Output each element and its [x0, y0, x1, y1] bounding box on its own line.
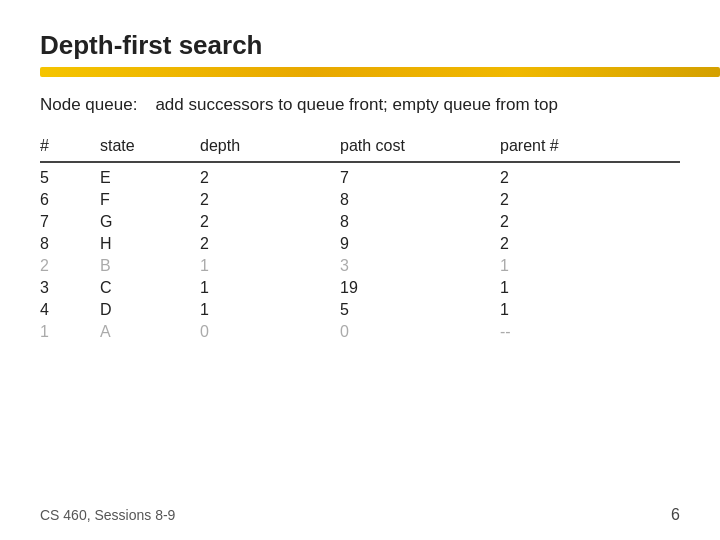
- cell-pathcost: 9: [340, 235, 500, 253]
- slide: Depth-first search Node queue: add succe…: [0, 0, 720, 540]
- cell-parent: 1: [500, 257, 640, 275]
- col-head-parent: parent #: [500, 137, 640, 155]
- cell-num: 5: [40, 169, 100, 187]
- cell-state: G: [100, 213, 200, 231]
- cell-depth: 1: [200, 279, 340, 297]
- cell-depth: 2: [200, 169, 340, 187]
- cell-parent: 2: [500, 169, 640, 187]
- page-title: Depth-first search: [40, 30, 680, 61]
- cell-pathcost: 5: [340, 301, 500, 319]
- cell-depth: 2: [200, 213, 340, 231]
- table-body: 5E2726F2827G2828H2922B1313C11914D1511A00…: [40, 167, 680, 343]
- cell-state: B: [100, 257, 200, 275]
- cell-pathcost: 8: [340, 213, 500, 231]
- cell-state: A: [100, 323, 200, 341]
- cell-num: 6: [40, 191, 100, 209]
- cell-pathcost: 0: [340, 323, 500, 341]
- cell-num: 4: [40, 301, 100, 319]
- table-row: 8H292: [40, 233, 680, 255]
- node-queue-desc: add successors to queue front; empty que…: [155, 95, 558, 115]
- cell-state: D: [100, 301, 200, 319]
- col-head-depth: depth: [200, 137, 340, 155]
- table-row: 1A00--: [40, 321, 680, 343]
- footer: CS 460, Sessions 8-9 6: [40, 506, 680, 524]
- cell-state: F: [100, 191, 200, 209]
- cell-num: 2: [40, 257, 100, 275]
- cell-parent: 1: [500, 301, 640, 319]
- col-head-pathcost: path cost: [340, 137, 500, 155]
- cell-num: 7: [40, 213, 100, 231]
- col-head-state: state: [100, 137, 200, 155]
- cell-state: C: [100, 279, 200, 297]
- table-row: 3C1191: [40, 277, 680, 299]
- cell-pathcost: 8: [340, 191, 500, 209]
- footer-page: 6: [671, 506, 680, 524]
- cell-depth: 0: [200, 323, 340, 341]
- table-header: # state depth path cost parent #: [40, 137, 680, 163]
- col-head-num: #: [40, 137, 100, 155]
- table-area: # state depth path cost parent # 5E2726F…: [40, 137, 680, 343]
- cell-state: H: [100, 235, 200, 253]
- node-queue-row: Node queue: add successors to queue fron…: [40, 95, 680, 115]
- cell-num: 1: [40, 323, 100, 341]
- cell-num: 3: [40, 279, 100, 297]
- cell-parent: 2: [500, 235, 640, 253]
- cell-pathcost: 7: [340, 169, 500, 187]
- table-row: 7G282: [40, 211, 680, 233]
- table-row: 2B131: [40, 255, 680, 277]
- table-row: 4D151: [40, 299, 680, 321]
- table-row: 6F282: [40, 189, 680, 211]
- cell-parent: 2: [500, 213, 640, 231]
- cell-parent: 1: [500, 279, 640, 297]
- yellow-bar: [40, 67, 720, 77]
- node-queue-label: Node queue:: [40, 95, 137, 115]
- footer-session: CS 460, Sessions 8-9: [40, 507, 175, 523]
- cell-parent: 2: [500, 191, 640, 209]
- cell-depth: 1: [200, 301, 340, 319]
- table-row: 5E272: [40, 167, 680, 189]
- cell-state: E: [100, 169, 200, 187]
- cell-num: 8: [40, 235, 100, 253]
- cell-parent: --: [500, 323, 640, 341]
- cell-depth: 2: [200, 191, 340, 209]
- cell-pathcost: 19: [340, 279, 500, 297]
- cell-pathcost: 3: [340, 257, 500, 275]
- cell-depth: 1: [200, 257, 340, 275]
- cell-depth: 2: [200, 235, 340, 253]
